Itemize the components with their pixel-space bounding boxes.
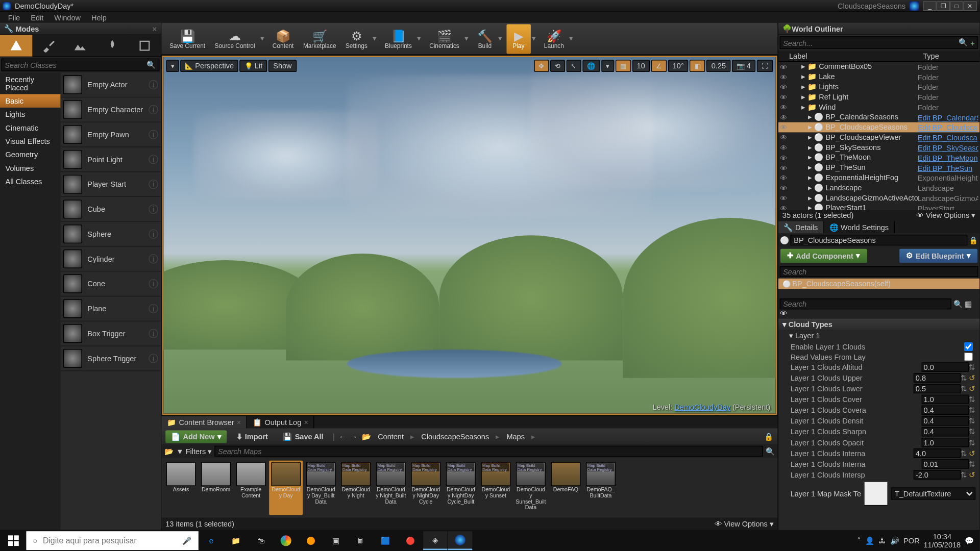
- task-app2[interactable]: 🟦: [373, 531, 397, 550]
- viewport[interactable]: ▾ 📐 Perspective 💡 Lit Show ✥ ⟲ ⤡ 🌐 ▾ ▦ 1…: [162, 56, 777, 415]
- info-icon[interactable]: i: [149, 105, 158, 114]
- restore-button[interactable]: ❐: [937, 1, 950, 10]
- class-search-input[interactable]: [5, 61, 146, 69]
- outliner-row[interactable]: 👁▸ ⚪ BP_TheMoonEdit BP_TheMoon: [778, 153, 979, 163]
- asset-item[interactable]: Assets: [164, 461, 198, 515]
- coord-space[interactable]: 🌐: [582, 60, 600, 72]
- actor-item[interactable]: Spherei: [61, 222, 161, 247]
- visibility-icon[interactable]: 👁: [780, 204, 788, 210]
- mode-paint[interactable]: [32, 35, 64, 57]
- class-search[interactable]: 🔍: [2, 59, 160, 71]
- viewport-perspective[interactable]: 📐 Perspective: [180, 60, 238, 72]
- spinner-icon[interactable]: ⇅: [961, 384, 967, 393]
- outliner-row[interactable]: 👁▸ 📁 LakeFolder: [778, 72, 979, 82]
- add-icon[interactable]: +: [970, 39, 974, 47]
- chevron-down-icon[interactable]: ▾: [569, 34, 576, 43]
- property-input[interactable]: [922, 362, 969, 371]
- section-layer1[interactable]: ▾ Layer 1: [778, 330, 979, 341]
- edit-blueprint-link[interactable]: Edit BP_CalendarS: [918, 113, 978, 121]
- edit-blueprint-link[interactable]: Edit BP_TheMoon: [918, 154, 978, 162]
- toolbar-play[interactable]: ▶Play: [506, 24, 530, 54]
- tray-people-icon[interactable]: 👤: [865, 536, 874, 545]
- category-item[interactable]: Lights: [0, 108, 61, 121]
- task-unreal[interactable]: [448, 531, 472, 550]
- angle-snap[interactable]: ∠: [651, 60, 667, 72]
- chevron-down-icon[interactable]: ▾: [532, 34, 538, 43]
- level-link[interactable]: DemoCloudyDay: [674, 403, 730, 411]
- property-input[interactable]: [922, 438, 969, 447]
- actor-item[interactable]: Sphere Triggeri: [61, 346, 161, 371]
- property-input[interactable]: [922, 406, 969, 415]
- property-input[interactable]: [922, 416, 969, 425]
- visibility-icon[interactable]: 👁: [780, 73, 788, 81]
- filters-button[interactable]: ▼ Filters ▾: [176, 447, 212, 456]
- category-item[interactable]: Cinematic: [0, 121, 61, 134]
- task-edge[interactable]: e: [199, 531, 223, 550]
- menu-help[interactable]: Help: [86, 13, 112, 21]
- spinner-icon[interactable]: ⇅: [969, 438, 975, 447]
- property-input[interactable]: [922, 427, 969, 436]
- task-calc[interactable]: 🖩: [349, 531, 373, 550]
- info-icon[interactable]: i: [149, 354, 158, 363]
- actor-item[interactable]: Box Triggeri: [61, 321, 161, 346]
- toolbar-market[interactable]: 🛒Marketplace: [299, 24, 340, 54]
- chevron-down-icon[interactable]: ▾: [464, 34, 471, 43]
- add-new-button[interactable]: 📄 Add New ▾: [165, 430, 227, 443]
- asset-item[interactable]: DemoRoom: [199, 461, 233, 515]
- close-icon[interactable]: ×: [153, 24, 157, 33]
- toolbar-cinematics[interactable]: 🎬Cinematics: [425, 24, 463, 54]
- visibility-icon[interactable]: 👁: [780, 134, 788, 142]
- spinner-icon[interactable]: ⇅: [969, 417, 975, 425]
- toolbar-build[interactable]: 🔨Build: [473, 24, 497, 54]
- spinner-icon[interactable]: ⇅: [969, 406, 975, 414]
- edit-blueprint-button[interactable]: ⚙ Edit Blueprint ▾: [899, 249, 977, 263]
- taskbar-clock[interactable]: 10:3411/05/2018: [924, 533, 961, 549]
- spinner-icon[interactable]: ⇅: [969, 395, 975, 404]
- toolbar-source[interactable]: ☁Source Control: [211, 24, 259, 54]
- actor-item[interactable]: Empty Pawni: [61, 122, 161, 147]
- close-icon[interactable]: ×: [304, 418, 308, 427]
- maximize-button[interactable]: □: [950, 1, 963, 10]
- minimize-button[interactable]: _: [923, 1, 936, 10]
- angle-snap-value[interactable]: 10°: [668, 60, 689, 72]
- reset-icon[interactable]: ↺: [969, 384, 975, 393]
- menu-window[interactable]: Window: [49, 13, 86, 21]
- task-app3[interactable]: 🔴: [398, 531, 422, 550]
- tray-volume-icon[interactable]: 🔊: [890, 536, 899, 545]
- asset-item[interactable]: Map Build Data RegistryDemoCloudy Day_Bu…: [304, 461, 338, 515]
- mic-icon[interactable]: 🎤: [182, 536, 191, 545]
- tray-notifications-icon[interactable]: 💬: [965, 536, 974, 545]
- actor-name-input[interactable]: [791, 235, 968, 245]
- property-input[interactable]: [922, 395, 969, 404]
- visibility-icon[interactable]: 👁: [780, 113, 788, 121]
- info-icon[interactable]: i: [149, 254, 158, 263]
- task-chrome[interactable]: [274, 531, 298, 550]
- scale-snap[interactable]: ◧: [690, 60, 705, 72]
- task-app[interactable]: 🟠: [299, 531, 323, 550]
- spinner-icon[interactable]: ⇅: [961, 470, 967, 479]
- viewport-show[interactable]: Show: [268, 60, 297, 72]
- scale-snap-value[interactable]: 0.25: [706, 60, 730, 72]
- actor-item[interactable]: Planei: [61, 296, 161, 321]
- asset-search-input[interactable]: [214, 446, 763, 457]
- view-options-button[interactable]: 👁 View Options ▾: [916, 211, 975, 220]
- property-input[interactable]: [914, 384, 961, 393]
- tab-details[interactable]: 🔧 Details: [778, 221, 824, 234]
- breadcrumb[interactable]: CloudscapeSeasons: [419, 432, 492, 440]
- asset-item[interactable]: Map Build Data RegistryDemoFAQ_BuiltData: [584, 461, 618, 515]
- actor-item[interactable]: Empty Characteri: [61, 97, 161, 122]
- actor-item[interactable]: Point Lighti: [61, 147, 161, 172]
- outliner-row[interactable]: 👁▸ ⚪ LandscapeGizmoActiveActor1Landscape…: [778, 193, 979, 203]
- view-options-button[interactable]: 👁 View Options ▾: [715, 519, 774, 528]
- info-icon[interactable]: i: [149, 229, 158, 238]
- outliner-list[interactable]: 👁▸ 📁 CommentBox05Folder👁▸ 📁 LakeFolder👁▸…: [778, 62, 979, 210]
- property-checkbox[interactable]: [964, 342, 973, 351]
- outliner-row[interactable]: 👁▸ ⚪ LandscapeLandscape: [778, 183, 979, 193]
- asset-item[interactable]: Map Build Data RegistryDemoCloudy Night_…: [374, 461, 408, 515]
- toolbar-blueprints[interactable]: 📘Blueprints: [381, 24, 416, 54]
- visibility-icon[interactable]: 👁: [780, 103, 788, 111]
- outliner-row[interactable]: 👁▸ ⚪ PlayerStart1PlayerStart: [778, 203, 979, 210]
- grid-snap-value[interactable]: 10: [632, 60, 650, 72]
- chevron-down-icon[interactable]: ▾: [498, 34, 505, 43]
- taskbar-search-input[interactable]: [43, 536, 177, 545]
